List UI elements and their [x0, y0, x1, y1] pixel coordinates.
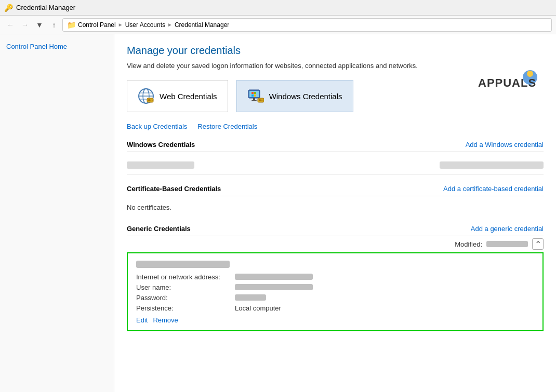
- add-windows-credential-link[interactable]: Add a Windows credential: [466, 141, 544, 148]
- field-label-username: User name:: [136, 283, 235, 291]
- windows-cred-item: [127, 156, 544, 174]
- tab-web-credentials[interactable]: Web Credentials: [127, 80, 228, 112]
- field-value-password-blurred: [235, 294, 266, 301]
- address-path: 📁 Control Panel ► User Accounts ► Creden…: [62, 18, 552, 32]
- section-generic-credentials: Generic Credentials Add a generic creden…: [127, 225, 544, 331]
- section-header-windows: Windows Credentials Add a Windows creden…: [127, 141, 544, 152]
- field-value-persistence: Local computer: [235, 304, 281, 312]
- tab-windows-credentials-label: Windows Credentials: [269, 92, 342, 101]
- expanded-credential-item: Internet or network address: User name: …: [127, 252, 544, 331]
- modified-label: Modified:: [455, 240, 482, 248]
- windows-cred-detail-blurred: [440, 161, 544, 169]
- section-title-generic: Generic Credentials: [127, 225, 191, 233]
- page-desc: View and delete your saved logon informa…: [127, 62, 491, 70]
- tab-windows-credentials[interactable]: Windows Credentials: [236, 80, 353, 112]
- section-title-certificate: Certificate-Based Credentials: [127, 185, 221, 193]
- collapse-button[interactable]: ⌃: [532, 238, 544, 250]
- action-links: Back up Credentials Restore Credentials: [127, 123, 544, 130]
- section-title-windows: Windows Credentials: [127, 141, 195, 148]
- svg-rect-23: [262, 100, 263, 101]
- credential-field-username: User name:: [136, 283, 534, 291]
- main-layout: Control Panel Home APPUALS Manage your c…: [0, 34, 556, 392]
- svg-point-21: [259, 99, 261, 101]
- svg-rect-16: [251, 94, 254, 97]
- credential-field-address: Internet or network address:: [136, 273, 534, 281]
- sidebar: Control Panel Home: [0, 34, 114, 392]
- section-header-certificate: Certificate-Based Credentials Add a cert…: [127, 185, 544, 196]
- path-credential-manager[interactable]: Credential Manager: [175, 21, 229, 29]
- add-generic-credential-link[interactable]: Add a generic credential: [471, 225, 544, 233]
- title-bar-icon: 🔑: [4, 4, 13, 12]
- field-label-persistence: Persistence:: [136, 304, 235, 312]
- field-value-username-blurred: [235, 284, 313, 290]
- tab-web-credentials-label: Web Credentials: [160, 92, 217, 101]
- appuals-logo: APPUALS: [473, 65, 546, 94]
- add-certificate-credential-link[interactable]: Add a certificate-based credential: [443, 185, 544, 193]
- credential-title-blurred: [136, 261, 230, 268]
- remove-credential-link[interactable]: Remove: [153, 316, 178, 324]
- forward-button[interactable]: →: [19, 19, 31, 31]
- credential-item-title: [136, 260, 534, 268]
- content-area: APPUALS Manage your credentials View and…: [114, 34, 556, 392]
- svg-rect-15: [254, 92, 256, 94]
- path-user-accounts[interactable]: User Accounts: [125, 21, 165, 29]
- svg-rect-17: [254, 94, 256, 97]
- title-bar: 🔑 Credential Manager: [0, 0, 556, 16]
- sidebar-link-control-panel-home[interactable]: Control Panel Home: [6, 43, 108, 50]
- svg-rect-10: [150, 100, 151, 101]
- svg-rect-14: [251, 92, 254, 94]
- field-label-password: Password:: [136, 294, 235, 302]
- up-button[interactable]: ↑: [48, 19, 60, 31]
- svg-rect-22: [261, 100, 262, 101]
- dropdown-button[interactable]: ▼: [33, 19, 46, 31]
- svg-rect-11: [152, 100, 153, 101]
- section-header-generic: Generic Credentials Add a generic creden…: [127, 225, 544, 236]
- backup-link[interactable]: Back up Credentials: [127, 123, 187, 130]
- path-control-panel[interactable]: Control Panel: [78, 21, 116, 29]
- web-credentials-icon: [138, 88, 154, 104]
- modified-value-blurred: [486, 241, 528, 247]
- title-bar-text: Credential Manager: [16, 4, 75, 11]
- svg-text:APPUALS: APPUALS: [478, 76, 536, 89]
- svg-point-9: [148, 99, 150, 101]
- field-value-address-blurred: [235, 274, 313, 280]
- page-title: Manage your credentials: [127, 45, 544, 57]
- windows-credentials-icon: [247, 88, 264, 104]
- svg-rect-19: [251, 100, 257, 101]
- windows-cred-name-blurred: [127, 161, 194, 169]
- field-label-address: Internet or network address:: [136, 273, 235, 281]
- back-button[interactable]: ←: [4, 19, 17, 31]
- section-windows-credentials: Windows Credentials Add a Windows creden…: [127, 141, 544, 174]
- address-bar: ← → ▼ ↑ 📁 Control Panel ► User Accounts …: [0, 16, 556, 34]
- credential-field-password: Password:: [136, 294, 534, 302]
- credential-actions: Edit Remove: [136, 316, 534, 324]
- svg-rect-18: [253, 98, 255, 100]
- appuals-logo-svg: APPUALS: [478, 67, 546, 93]
- credential-field-persistence: Persistence: Local computer: [136, 304, 534, 312]
- modified-row: Modified: ⌃: [127, 236, 544, 252]
- no-certificates-text: No certificates.: [127, 200, 544, 214]
- restore-link[interactable]: Restore Credentials: [197, 123, 257, 130]
- edit-credential-link[interactable]: Edit: [136, 316, 148, 324]
- section-certificate-credentials: Certificate-Based Credentials Add a cert…: [127, 185, 544, 214]
